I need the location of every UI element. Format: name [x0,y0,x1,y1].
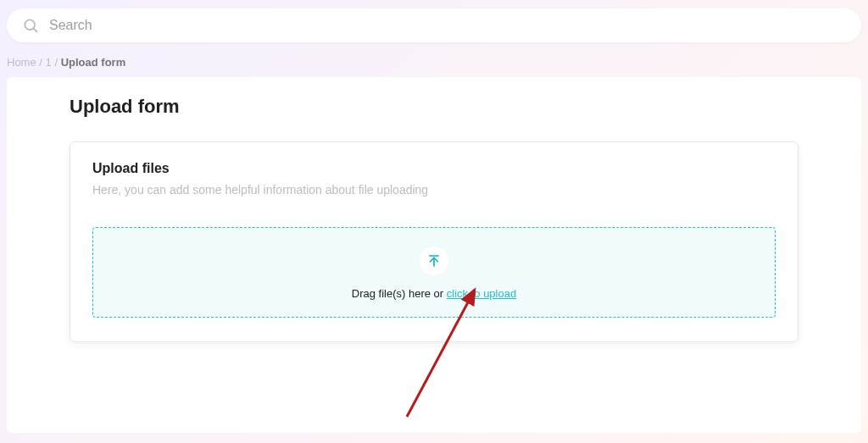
page-title: Upload form [70,96,798,118]
breadcrumb: Home / 1 / Upload form [0,51,868,77]
search-icon [22,17,39,34]
search-input[interactable] [49,18,846,33]
click-to-upload-link[interactable]: click to upload [447,287,516,300]
upload-card: Upload files Here, you can add some help… [70,141,798,342]
svg-line-1 [34,29,37,32]
search-bar-container [0,0,868,51]
card-subtitle: Here, you can add some helpful informati… [92,183,776,197]
file-dropzone[interactable]: Drag file(s) here or click to upload [92,227,776,318]
search-box[interactable] [7,8,861,42]
main-content: Upload form Upload files Here, you can a… [7,77,861,433]
dropzone-text: Drag file(s) here or click to upload [102,287,766,300]
breadcrumb-separator: / [54,56,58,69]
breadcrumb-item-1[interactable]: 1 [46,56,52,69]
upload-icon [420,246,448,275]
breadcrumb-item-home[interactable]: Home [7,56,36,69]
dropzone-text-prefix: Drag file(s) here or [352,287,447,300]
breadcrumb-separator: / [39,56,42,69]
card-title: Upload files [92,161,776,176]
breadcrumb-current: Upload form [61,56,126,69]
